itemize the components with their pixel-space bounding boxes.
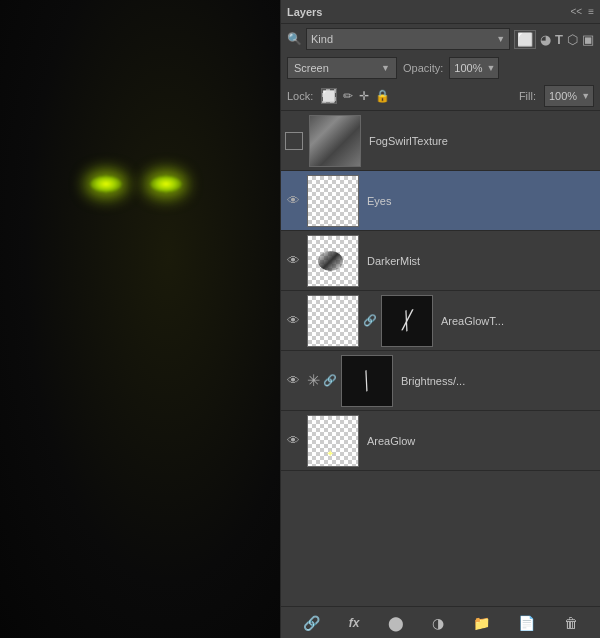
- new-layer-button[interactable]: 📄: [514, 613, 539, 633]
- filter-smart-icon[interactable]: ▣: [582, 32, 594, 47]
- new-group-button[interactable]: 📁: [469, 613, 494, 633]
- layers-toolbar: 🔗 fx ⬤ ◑ 📁 📄 🗑: [281, 606, 600, 638]
- kind-dropdown[interactable]: Kind ▼: [306, 28, 510, 50]
- layer-mask-thumbnail: ╱: [381, 295, 433, 347]
- filter-pixel-icon[interactable]: ⬜: [514, 30, 536, 49]
- layer-row[interactable]: 👁 🔗 ╱ AreaGlowT...: [281, 291, 600, 351]
- lock-label: Lock:: [287, 90, 313, 102]
- blend-mode-value: Screen: [294, 62, 329, 74]
- opacity-label: Opacity:: [403, 62, 443, 74]
- add-mask-button[interactable]: ⬤: [384, 613, 408, 633]
- layer-row[interactable]: FogSwirlTexture: [281, 111, 600, 171]
- search-icon: 🔍: [287, 32, 302, 46]
- layer-visibility-checkbox[interactable]: [285, 132, 303, 150]
- layer-thumbnail: [307, 295, 359, 347]
- fill-val: 100%: [549, 90, 577, 102]
- search-bar: 🔍 Kind ▼ ⬜ ◕ T ⬡ ▣: [281, 24, 600, 54]
- fx-button[interactable]: fx: [345, 614, 364, 632]
- link-button[interactable]: 🔗: [299, 613, 324, 633]
- kind-chevron: ▼: [496, 34, 505, 44]
- kind-label: Kind: [311, 33, 333, 45]
- panel-title: Layers: [287, 6, 322, 18]
- layer-visibility-toggle[interactable]: 👁: [283, 373, 303, 388]
- layer-thumbnail: [307, 235, 359, 287]
- blend-mode-dropdown[interactable]: Screen ▼: [287, 57, 397, 79]
- background-canvas: [0, 0, 280, 638]
- layers-panel: Layers << ≡ 🔍 Kind ▼ ⬜ ◕ T ⬡ ▣ Screen ▼ …: [280, 0, 600, 638]
- panel-titlebar: Layers << ≡: [281, 0, 600, 24]
- layer-thumbnail: [307, 175, 359, 227]
- opacity-val: 100%: [454, 62, 482, 74]
- lock-row: Lock: ⬜ ✏ ✛ 🔒 Fill: 100% ▼: [281, 82, 600, 111]
- lock-paint-icon[interactable]: ✏: [343, 89, 353, 103]
- layers-list: FogSwirlTexture 👁 Eyes 👁 DarkerMist 👁 🔗 …: [281, 111, 600, 606]
- opacity-chevron: ▼: [487, 63, 496, 73]
- layer-row[interactable]: 👁 Eyes: [281, 171, 600, 231]
- layer-thumbnail: [309, 115, 361, 167]
- panel-collapse-btn[interactable]: <<: [570, 6, 582, 17]
- layer-visibility-toggle[interactable]: 👁: [283, 253, 303, 268]
- filter-icons: ⬜ ◕ T ⬡ ▣: [514, 30, 594, 49]
- layer-row[interactable]: 👁 AreaGlow: [281, 411, 600, 471]
- cat-eye-left: [90, 175, 122, 193]
- fill-adjustment-button[interactable]: ◑: [428, 613, 448, 633]
- layer-name: DarkerMist: [363, 255, 598, 267]
- layer-name: AreaGlow: [363, 435, 598, 447]
- cat-eyes: [80, 175, 200, 215]
- layer-visibility-toggle[interactable]: 👁: [283, 193, 303, 208]
- blend-row: Screen ▼ Opacity: 100% ▼: [281, 54, 600, 82]
- layer-adjust-icon: ✳: [303, 371, 323, 390]
- filter-adjust-icon[interactable]: ◕: [540, 32, 551, 47]
- lock-move-icon[interactable]: ✛: [359, 89, 369, 103]
- delete-layer-button[interactable]: 🗑: [560, 613, 582, 633]
- panel-menu-btn[interactable]: ≡: [588, 6, 594, 17]
- layer-name: AreaGlowT...: [437, 315, 598, 327]
- filter-shape-icon[interactable]: ⬡: [567, 32, 578, 47]
- layer-mask-thumbnail: ╱: [341, 355, 393, 407]
- layer-link-icon[interactable]: 🔗: [323, 374, 337, 387]
- fill-input[interactable]: 100% ▼: [544, 85, 594, 107]
- layer-name: Eyes: [363, 195, 598, 207]
- filter-text-icon[interactable]: T: [555, 32, 563, 47]
- fill-chevron: ▼: [581, 91, 590, 101]
- opacity-input[interactable]: 100% ▼: [449, 57, 499, 79]
- layer-name: FogSwirlTexture: [365, 135, 598, 147]
- layer-name: Brightness/...: [397, 375, 598, 387]
- lock-all-icon[interactable]: 🔒: [375, 89, 390, 103]
- layer-thumbnail: [307, 415, 359, 467]
- blend-chevron: ▼: [381, 63, 390, 73]
- layer-visibility-toggle[interactable]: 👁: [283, 313, 303, 328]
- lock-checkerboard-icon[interactable]: ⬜: [321, 88, 337, 104]
- layer-row[interactable]: 👁 ✳ 🔗 ╱ Brightness/...: [281, 351, 600, 411]
- lock-icons: ⬜ ✏ ✛ 🔒: [321, 88, 390, 104]
- layer-visibility-toggle[interactable]: 👁: [283, 433, 303, 448]
- fill-label: Fill:: [519, 90, 536, 102]
- layer-link-icon[interactable]: 🔗: [363, 314, 377, 327]
- panel-controls: << ≡: [570, 6, 594, 17]
- cat-eye-right: [150, 175, 182, 193]
- layer-row[interactable]: 👁 DarkerMist: [281, 231, 600, 291]
